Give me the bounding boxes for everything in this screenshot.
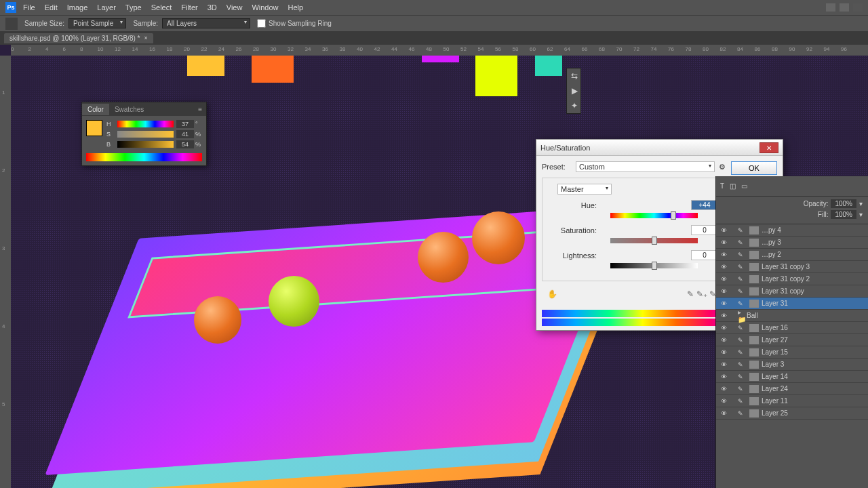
tool-icon[interactable]: ⇆	[567, 68, 582, 83]
bright-slider[interactable]	[117, 141, 174, 148]
gear-icon[interactable]: ⚙	[719, 163, 726, 171]
layer-name[interactable]: Layer 3	[762, 361, 865, 368]
window-close-icon[interactable]	[853, 3, 863, 12]
visibility-icon[interactable]: 👁	[719, 251, 728, 258]
spectrum-bar[interactable]	[86, 153, 202, 161]
chevron-down-icon[interactable]: ▾	[859, 211, 863, 218]
layer-thumbnail[interactable]	[749, 275, 759, 283]
layer-thumbnail[interactable]	[749, 336, 759, 344]
ok-button[interactable]: OK	[731, 161, 777, 175]
layer-name[interactable]: …py 4	[762, 226, 865, 234]
visibility-icon[interactable]: 👁	[719, 276, 728, 283]
layer-thumbnail[interactable]	[749, 397, 759, 405]
close-icon[interactable]: ✕	[760, 142, 778, 153]
play-icon[interactable]: ▶	[567, 83, 582, 98]
menu-item-edit[interactable]: Edit	[45, 3, 58, 12]
layer-name[interactable]: Layer 16	[762, 324, 865, 331]
preset-dropdown[interactable]: Custom	[576, 161, 715, 172]
layer-name[interactable]: Layer 31 copy 2	[762, 275, 865, 283]
layer-row[interactable]: 👁✎Layer 24	[716, 383, 868, 395]
layer-name[interactable]: Ball	[747, 312, 865, 319]
visibility-icon[interactable]: 👁	[719, 337, 728, 344]
menu-item-file[interactable]: File	[23, 3, 35, 12]
chevron-down-icon[interactable]: ▾	[859, 200, 863, 207]
hue-input[interactable]: +44	[691, 200, 718, 210]
layer-name[interactable]: Layer 25	[762, 409, 865, 417]
menu-item-view[interactable]: View	[226, 3, 243, 12]
visibility-icon[interactable]: 👁	[719, 361, 728, 368]
lightness-input[interactable]: 0	[691, 250, 718, 260]
sat-value[interactable]: 41	[176, 130, 194, 138]
layer-name[interactable]: Layer 15	[762, 348, 865, 356]
menu-item-3d[interactable]: 3D	[208, 3, 217, 12]
document-tab[interactable]: skillshare.psd @ 100% (Layer 31, RGB/8) …	[4, 33, 153, 43]
dialog-titlebar[interactable]: Hue/Saturation ✕	[536, 140, 783, 156]
layer-name[interactable]: Layer 14	[762, 373, 865, 380]
menu-item-type[interactable]: Type	[125, 3, 142, 12]
visibility-icon[interactable]: 👁	[719, 373, 728, 380]
layer-row[interactable]: 👁✎Layer 15	[716, 346, 868, 359]
layer-thumbnail[interactable]	[749, 239, 759, 247]
layer-row[interactable]: 👁✎…py 3	[716, 237, 868, 249]
layer-thumbnail[interactable]	[749, 348, 759, 357]
eyedropper-icon[interactable]: ✎	[687, 289, 694, 299]
layer-row[interactable]: 👁✎Layer 31 copy 2	[716, 273, 868, 285]
hand-icon[interactable]: ✋	[547, 289, 557, 299]
visibility-icon[interactable]: 👁	[719, 386, 728, 392]
visibility-icon[interactable]: 👁	[719, 325, 728, 331]
lightness-slider[interactable]	[610, 263, 698, 268]
layer-row[interactable]: 👁✎Layer 3	[716, 359, 868, 371]
foreground-swatch[interactable]	[86, 120, 102, 136]
window-max-icon[interactable]	[840, 3, 849, 12]
eyedropper-tool-icon[interactable]	[5, 18, 18, 30]
layer-thumbnail[interactable]	[749, 361, 759, 369]
saturation-slider[interactable]	[610, 238, 698, 243]
color-panel[interactable]: Color Swatches ≡ H 37 ° S 41 %	[81, 102, 207, 166]
saturation-input[interactable]: 0	[691, 225, 718, 235]
folder-icon[interactable]: ▸📁	[738, 308, 745, 323]
sample-size-dropdown[interactable]: Point Sample	[68, 18, 126, 28]
layer-row[interactable]: 👁✎Layer 31 copy	[716, 285, 868, 298]
opacity-value[interactable]: 100%	[831, 199, 856, 208]
visibility-icon[interactable]: 👁	[719, 398, 728, 405]
layer-name[interactable]: Layer 31	[762, 300, 865, 307]
visibility-icon[interactable]: 👁	[719, 227, 728, 234]
tab-color[interactable]: Color	[82, 104, 109, 115]
hue-slider[interactable]	[117, 121, 174, 127]
layer-name[interactable]: Layer 11	[762, 397, 865, 405]
show-ring-checkbox[interactable]	[257, 19, 266, 28]
sample-dropdown[interactable]: All Layers	[162, 18, 250, 28]
layer-name[interactable]: Layer 27	[762, 336, 865, 344]
close-icon[interactable]: ×	[144, 35, 147, 41]
visibility-icon[interactable]: 👁	[719, 312, 728, 319]
visibility-icon[interactable]: 👁	[719, 239, 728, 246]
tool-icon[interactable]: ✦	[567, 98, 582, 113]
type-icon[interactable]: T	[720, 182, 724, 190]
fill-value[interactable]: 100%	[831, 210, 856, 219]
sat-slider[interactable]	[117, 131, 174, 138]
layer-row[interactable]: 👁✎…py 2	[716, 249, 868, 261]
visibility-icon[interactable]: 👁	[719, 410, 728, 417]
menu-item-filter[interactable]: Filter	[181, 3, 197, 12]
layer-row[interactable]: 👁✎Layer 11	[716, 395, 868, 407]
channel-dropdown[interactable]: Master	[557, 184, 612, 195]
hue-slider[interactable]	[610, 213, 698, 218]
layer-thumbnail[interactable]	[749, 385, 759, 393]
layer-name[interactable]: Layer 31 copy 3	[762, 263, 865, 270]
layer-thumbnail[interactable]	[749, 251, 759, 259]
layer-row[interactable]: 👁✎Layer 14	[716, 371, 868, 383]
layer-thumbnail[interactable]	[749, 226, 759, 235]
menu-item-image[interactable]: Image	[67, 3, 88, 12]
tab-swatches[interactable]: Swatches	[109, 104, 149, 115]
eyedropper-plus-icon[interactable]: ✎₊	[696, 289, 707, 299]
layer-row[interactable]: 👁✎…py 4	[716, 224, 868, 237]
visibility-icon[interactable]: 👁	[719, 264, 728, 270]
layer-name[interactable]: Layer 24	[762, 385, 865, 392]
layer-row[interactable]: 👁✎Layer 27	[716, 334, 868, 346]
layer-row[interactable]: 👁✎Layer 25	[716, 407, 868, 420]
layer-row[interactable]: 👁✎Layer 16	[716, 322, 868, 334]
menu-item-window[interactable]: Window	[252, 3, 278, 12]
layer-thumbnail[interactable]	[749, 373, 759, 381]
window-min-icon[interactable]	[826, 3, 835, 12]
bright-value[interactable]: 54	[176, 140, 194, 148]
